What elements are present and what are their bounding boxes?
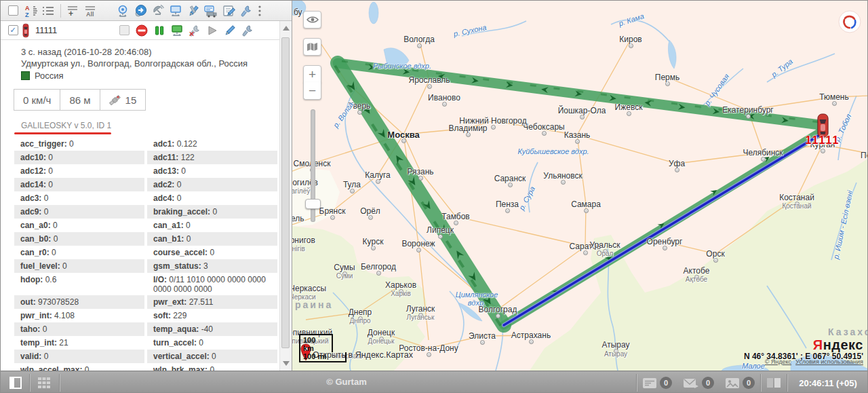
unit-stats: 0 км/ч 86 м 15 [14,89,280,111]
bottom-separator [787,374,787,392]
apps-grid-button[interactable] [35,375,54,391]
city-dot [694,275,699,280]
scroll-thumb[interactable] [281,37,290,348]
city-dot [614,349,618,354]
layers-button[interactable] [303,38,321,56]
param-row: fuel_level: 0gsm_status: 3 [14,259,280,273]
param-label: I/O: [153,275,169,284]
map-area[interactable]: буВологдар. СухонаКировр. КамаПермьр. Чу… [292,1,868,371]
scroll-down-arrow[interactable] [283,361,290,366]
param-value: -40 [201,324,213,334]
panel-scrollbar[interactable] [279,21,292,371]
unit-row[interactable]: ✓ 11111 ✕ [1,21,292,40]
bottom-separator [59,374,60,392]
wrench-icon[interactable] [237,3,255,19]
param-label: gsm_status: [153,261,203,271]
city-dot [584,208,589,213]
city-dot [399,289,403,294]
show-all-icon[interactable]: All [82,3,102,19]
param-row: can_b0: 0can_b1: 0 [14,232,280,246]
messages-button[interactable]: 0 [683,377,714,389]
city-dot [542,131,547,136]
param-row: temp_int: 21turn_accel: 0 [14,336,280,350]
eye-checkbox[interactable] [115,22,133,39]
unit-checkbox[interactable]: ✓ [4,22,22,39]
param-cell: fuel_level: 0 [14,259,144,273]
city-dot [795,202,800,206]
more-vertical-icon[interactable] [255,3,264,19]
attribution-links[interactable]: © ЯндексУсловия использования [744,358,863,365]
city-dot [713,258,718,263]
list-icon[interactable] [39,3,57,19]
param-cell: adc2: 0 [147,178,277,191]
city-dot [480,340,485,345]
param-value: 0 [210,365,214,371]
monitor-green-icon[interactable] [168,22,186,39]
sort-az-icon[interactable]: AZ [22,3,39,19]
param-cell: can_a1: 0 [147,219,277,232]
layout-icon [766,377,781,388]
param-label: adc12: [20,166,48,176]
scroll-up-arrow[interactable] [283,26,290,31]
param-cell: adc14: 0 [14,178,144,191]
param-label: can_b0: [20,234,54,244]
city-dot [529,339,534,344]
copyright: © Gurtam [302,377,391,387]
param-label: valid: [20,352,44,361]
device-type: GALILEOSKY v 5.0, ID 1 [21,121,280,130]
wialon-app: AZ + All [0,0,868,393]
city-dot [746,114,751,119]
photos-badge: 0 [743,377,755,389]
city-dot [427,84,432,89]
wialon-logo-icon[interactable] [837,10,862,34]
plus-icon: + [309,68,316,81]
unit-map-label[interactable]: 11111 [806,134,840,147]
param-value: 0 [44,352,49,361]
param-value: 0 [186,234,191,244]
zoom-out-button[interactable]: − [303,82,321,100]
param-cell: out: 973078528 [14,295,144,309]
param-row: adc14: 0adc2: 0 [14,178,280,191]
param-label: pwr_int: [20,311,54,320]
toolbar-right-icons [114,3,264,19]
pencil-icon[interactable] [221,22,239,39]
yandex-logo[interactable]: Яндекс [744,337,863,353]
unit-info-body: 3 с. назад (2016-10-28 20:46:08) Удмуртс… [1,41,280,371]
edit-note-icon[interactable] [220,3,237,19]
eye-icon [307,16,319,24]
city-dot [376,179,380,184]
param-label: can_b1: [153,234,186,244]
eye-button[interactable] [303,11,321,29]
param-label: adc2: [153,180,177,189]
param-row: adc10: 0adc11: 122 [14,151,280,164]
wrench-icon[interactable] [239,22,256,39]
photos-button[interactable]: 0 [725,377,755,389]
param-value: 0 [186,221,191,230]
param-cell: vertical_accel: 0 [147,350,277,363]
panel-toggle-button[interactable] [6,375,25,391]
play-icon[interactable] [203,22,221,39]
bottom-separator [636,374,637,392]
city-dot [575,139,580,144]
camera-icon[interactable] [114,3,132,19]
add-to-list-icon[interactable]: + [64,3,82,19]
select-all-checkbox[interactable] [4,3,22,19]
parameters-table: acc_trigger: 0adc1: 0.122adc10: 0adc11: … [1,137,280,371]
unit-address: Удмуртская ул., Волгоград, Волгоградская… [1,58,280,69]
param-row: wln_accel_max: 0wln_brk_max: 0 [14,363,280,371]
monitor-icon[interactable] [167,3,184,19]
param-cell: adc4: 0 [147,191,277,205]
message-truck-icon[interactable] [202,3,220,19]
param-cell: soft: 229 [147,309,277,322]
zoom-slider-handle[interactable] [305,199,321,209]
param-cell: adc10: 0 [14,151,144,164]
param-value: 229 [173,311,186,320]
satellite-dish-icon[interactable] [149,3,167,19]
send-command-icon[interactable] [132,3,149,19]
notifications-button[interactable]: 0 [642,377,672,389]
layout-button[interactable] [766,377,781,388]
param-row: pwr_int: 4.108soft: 229 [14,309,280,322]
tools-pencils-icon[interactable] [184,3,202,19]
zoom-in-button[interactable]: + [303,65,321,83]
param-row: adc9: 0braking_accel: 0 [14,205,280,219]
